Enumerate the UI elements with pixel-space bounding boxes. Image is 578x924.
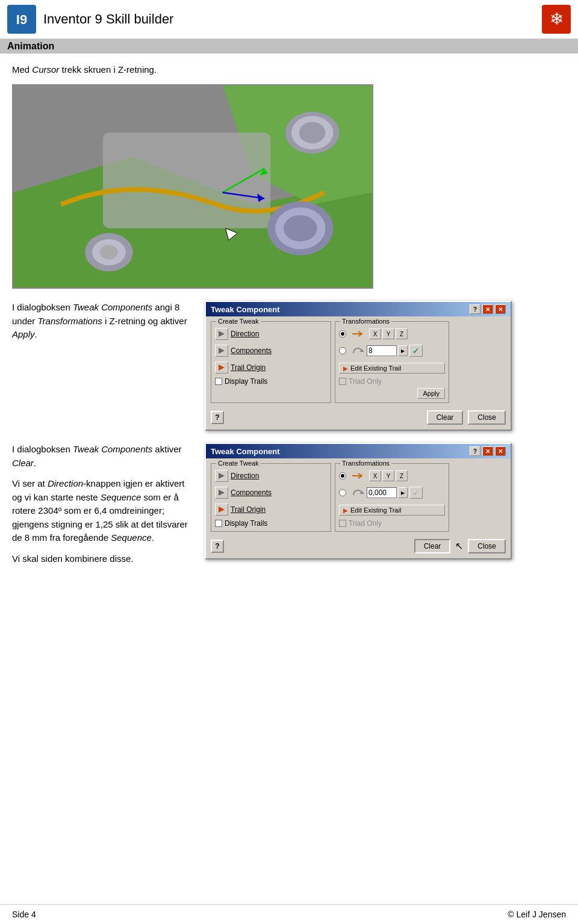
dialog2-edit-trail-btn[interactable]: ▶ Edit Existing Trail [339, 505, 445, 516]
dialog2-radio-unselected[interactable] [339, 489, 346, 496]
dialog1-direction-icon[interactable] [215, 328, 228, 340]
dialog1-components-label[interactable]: Components [231, 346, 272, 355]
dialog1-edit-trail-label: Edit Existing Trail [350, 365, 401, 372]
dialog1-x-btn[interactable]: X [369, 328, 381, 339]
dialog1-minimize-btn[interactable]: ✕ [482, 304, 493, 314]
svg-marker-23 [219, 348, 225, 354]
instruction-5: Vi skal siden kombinere disse. [12, 552, 193, 566]
dialog2-titlebar: Tweak Component ? ✕ ✕ [206, 444, 511, 458]
section-dialog1: I dialogboksen Tweak Components angi 8 u… [12, 301, 566, 431]
instruction-3: I dialogboksen Tweak Components aktiver … [12, 443, 193, 470]
tweak-dialog-2: Tweak Component ? ✕ ✕ Create Tweak [205, 443, 512, 559]
svg-marker-27 [219, 490, 225, 496]
dialog1-edit-trail-row: ▶ Edit Existing Trail [339, 363, 445, 376]
dialog2-help-btn[interactable]: ? [470, 446, 480, 456]
svg-rect-7 [103, 133, 270, 229]
dialog1-value-input[interactable] [367, 345, 397, 356]
dialog2-transforms-group: Transformations X Y Z [335, 463, 449, 532]
header: I9 Inventor 9 Skill builder ❄ [0, 0, 578, 39]
dialog1-input-wrap: ▶ [367, 345, 408, 356]
dialog2-components-icon[interactable] [215, 487, 228, 499]
dialog2-triad-checkbox[interactable] [339, 520, 346, 527]
page-number: Side 4 [12, 910, 36, 919]
dialog1-body: Create Tweak Direction Components [206, 316, 511, 408]
dialog2-minimize-btn[interactable]: ✕ [482, 446, 493, 456]
dialog2-triad-label: Triad Only [349, 519, 382, 528]
dialog1-radio-selected[interactable] [339, 330, 346, 337]
dialog1-transforms-inner: X Y Z [339, 327, 445, 399]
tweak-dialog-1: Tweak Component ? ✕ ✕ Create Tweak [205, 301, 512, 431]
dialog1-components-icon[interactable] [215, 345, 228, 357]
dialog1-footer: ? Clear Close [206, 408, 511, 430]
instruction-4: Vi ser at Direction-knappen igjen er akt… [12, 477, 193, 545]
dialog1-z-btn[interactable]: Z [396, 328, 408, 339]
dialog1-xyz-buttons: X Y Z [369, 328, 408, 339]
content-area: Med Cursor trekk skruen i Z-retning. [0, 54, 578, 587]
dialog1-triad-label: Triad Only [349, 377, 382, 386]
dialog2-direction-icon[interactable] [215, 470, 228, 482]
dialog1-trailorigin-label[interactable]: Trail Origin [231, 363, 266, 372]
svg-text:❄: ❄ [550, 10, 564, 28]
dialog2-radio-input: ▶ ✓ [339, 485, 445, 500]
dialog1-radio-input: ▶ ✓ [339, 343, 445, 358]
dialog2-create-tweak-label: Create Tweak [216, 460, 261, 467]
dialog1-displaytrails-label: Display Trails [225, 377, 267, 386]
svg-point-10 [299, 122, 326, 144]
dialog1-titlebar-buttons: ? ✕ ✕ [470, 304, 506, 314]
dialog1-close-btn[interactable]: ✕ [495, 304, 506, 314]
dialog1-displaytrails-checkbox[interactable] [215, 378, 222, 385]
dialog1-footer-help-btn[interactable]: ? [211, 411, 224, 424]
dialog1-triad-checkbox[interactable] [339, 378, 346, 385]
dialog2-radio-selected[interactable] [339, 472, 346, 479]
dialog2-displaytrails-label: Display Trails [225, 519, 267, 528]
dialog1-help-btn[interactable]: ? [470, 304, 480, 314]
dialog2-radio-xyz: X Y Z [339, 469, 445, 483]
dialog2-clear-btn[interactable]: Clear [414, 539, 451, 553]
dialog2-close-btn[interactable]: ✕ [495, 446, 506, 456]
dialog2-trailorigin-icon[interactable] [215, 504, 228, 516]
dialog2-direction-row: Direction [215, 469, 327, 483]
instruction-1: Med Cursor trekk skruen i Z-retning. [12, 63, 566, 76]
dialog2-xyz-buttons: X Y Z [369, 470, 408, 481]
svg-point-13 [284, 215, 317, 242]
dialog2-displaytrails-row: Display Trails [215, 519, 327, 528]
dialog2-x-btn[interactable]: X [369, 470, 381, 481]
dialog1-displaytrails-row: Display Trails [215, 377, 327, 386]
cursor-italic: Cursor [32, 64, 59, 75]
dialog2-trailorigin-label[interactable]: Trail Origin [231, 505, 266, 514]
dialog1-triad-row: Triad Only [339, 377, 445, 386]
dialog2-components-label[interactable]: Components [231, 488, 272, 497]
svg-text:I9: I9 [16, 12, 27, 27]
dialog1-apply-btn[interactable]: Apply [417, 388, 445, 399]
dialog1-y-btn[interactable]: Y [382, 328, 394, 339]
dialog1-create-tweak-group: Create Tweak Direction Components [211, 321, 331, 403]
svg-marker-28 [219, 507, 225, 513]
dialog2-transforms-inner: X Y Z ▶ [339, 469, 445, 528]
dialog2-displaytrails-checkbox[interactable] [215, 520, 222, 527]
dialog1-radio-unselected[interactable] [339, 347, 346, 354]
dialog1-spin-btn[interactable]: ▶ [398, 345, 408, 356]
svg-marker-24 [219, 365, 225, 371]
cursor-near-clear: ↖ [455, 541, 463, 551]
dialog1-edit-trail-btn[interactable]: ▶ Edit Existing Trail [339, 363, 445, 374]
dialog2-close-btn[interactable]: Close [468, 539, 506, 553]
dialog1-trailorigin-icon[interactable] [215, 362, 228, 374]
dialog2-direction-label[interactable]: Direction [231, 472, 259, 480]
dialog2-footer-help-btn[interactable]: ? [211, 540, 224, 553]
dialog2-spin-btn[interactable]: ▶ [398, 487, 408, 498]
dialog2-checkmark-btn[interactable]: ✓ [409, 487, 423, 499]
dialog1-title: Tweak Component [211, 305, 280, 314]
dialog2-components-row: Components [215, 485, 327, 500]
dialog2-create-tweak-group: Create Tweak Direction Components [211, 463, 331, 532]
dialog1-direction-label[interactable]: Direction [231, 330, 259, 338]
dialog1-checkmark-btn[interactable]: ✓ [409, 345, 423, 357]
page-footer: Side 4 © Leif J Jensen [0, 904, 578, 924]
dialog2-value-input[interactable] [367, 487, 397, 498]
dialog2-y-btn[interactable]: Y [382, 470, 394, 481]
dialog2-z-btn[interactable]: Z [396, 470, 408, 481]
dialog2-title: Tweak Component [211, 447, 280, 456]
dialog1-clear-btn[interactable]: Clear [427, 410, 464, 425]
dialog1-close-btn[interactable]: Close [468, 410, 506, 425]
svg-marker-22 [219, 331, 225, 337]
dialog1-apply-row: Apply [339, 388, 445, 399]
